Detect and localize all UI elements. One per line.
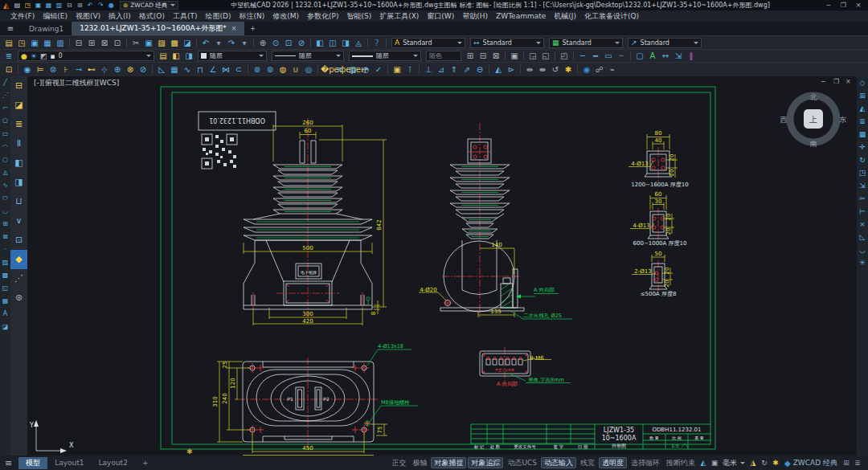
mech-link-icon[interactable]: ⋈: [219, 63, 232, 76]
doc-restore-button[interactable]: ❐: [833, 78, 839, 85]
menu-item[interactable]: ZWTeammate: [492, 12, 550, 20]
save-all-icon[interactable]: ▦: [43, 2, 54, 9]
mech-screw-icon[interactable]: ⊦: [59, 63, 72, 76]
undo-icon[interactable]: ↶: [199, 37, 212, 49]
mech-section-icon[interactable]: ≋: [334, 63, 346, 76]
line-icon[interactable]: ╱: [3, 76, 7, 89]
palette-gear-icon[interactable]: ⊛: [15, 288, 23, 308]
export-icon[interactable]: ▥: [54, 37, 67, 49]
mech-nut-icon[interactable]: ⊜: [47, 63, 59, 76]
layer-isolate-icon[interactable]: ◨: [182, 50, 195, 62]
trim-icon[interactable]: ✂: [859, 192, 866, 205]
zoom-previous-icon[interactable]: ⊘: [295, 37, 308, 49]
mech-view-icon[interactable]: ◭: [492, 63, 505, 76]
paste-special-icon[interactable]: ▩: [168, 37, 181, 49]
render-icon[interactable]: ●: [106, 2, 117, 9]
node-edit-icon[interactable]: ∨: [15, 211, 22, 231]
door-window-icon[interactable]: ⊔: [15, 192, 23, 211]
minimize-button[interactable]: ─: [822, 2, 835, 9]
doc-close-button[interactable]: ×: [845, 78, 851, 85]
copy-icon[interactable]: ⊞: [859, 89, 866, 102]
mleader-style-dropdown[interactable]: ↗ Standard: [628, 38, 702, 48]
ellipse-arc-icon[interactable]: ◡: [2, 205, 8, 218]
open-file-icon[interactable]: ◳: [15, 37, 28, 49]
bom-list-icon[interactable]: ≣: [15, 115, 23, 134]
redo-icon[interactable]: ↷: [225, 37, 238, 49]
point-icon[interactable]: ·: [4, 243, 6, 256]
pair-note-icon[interactable]: ⇼: [536, 63, 549, 76]
extend-icon[interactable]: ⊢: [859, 205, 866, 218]
close-tab-icon[interactable]: ×: [231, 25, 237, 32]
gradient-icon[interactable]: ▩: [2, 269, 9, 282]
help-icon[interactable]: ?: [371, 37, 383, 49]
new-tab-button[interactable]: +: [244, 22, 260, 35]
draworder-back-icon[interactable]: ◱: [539, 50, 552, 62]
mech-wave-icon[interactable]: ∿: [181, 63, 194, 76]
mech-balloon-icon[interactable]: ◔: [359, 63, 372, 76]
compass-west[interactable]: 西: [780, 116, 788, 124]
mech-bearing-icon[interactable]: ⊚: [251, 63, 264, 76]
rotate-icon[interactable]: ↻: [859, 153, 866, 166]
text-style-dropdown[interactable]: A Standard: [391, 38, 465, 48]
draworder-front-icon[interactable]: ◲: [526, 50, 539, 62]
region-icon[interactable]: ◱: [2, 282, 9, 295]
status-toggle[interactable]: 透明度: [599, 457, 627, 468]
tab-drawing1[interactable]: Drawing1: [21, 22, 72, 35]
publish-icon[interactable]: ⊠: [98, 37, 111, 49]
erase-icon[interactable]: ◇: [860, 76, 866, 89]
circle-icon[interactable]: ○: [2, 153, 8, 166]
addselected-icon[interactable]: ◪: [2, 321, 9, 333]
status-toggle[interactable]: 线宽: [578, 458, 597, 468]
steel-shape-icon[interactable]: Ⅱ: [17, 134, 21, 153]
workspace-selector[interactable]: ⊛ ZWCAD 经典: [120, 1, 178, 10]
save-icon[interactable]: ▣: [28, 37, 41, 49]
layer-states-icon[interactable]: ▤: [157, 50, 170, 62]
make-block-icon[interactable]: ⊠: [2, 231, 8, 243]
compass-east[interactable]: 东: [839, 116, 847, 124]
line-thick-icon[interactable]: ━: [589, 50, 602, 62]
plot-preview-icon[interactable]: ⊞: [85, 37, 98, 49]
mech-frame-icon[interactable]: ⊡: [2, 63, 15, 76]
menu-item[interactable]: 机械(J): [550, 11, 580, 22]
status-toggle[interactable]: 推断约束: [664, 458, 698, 468]
polyline-wide-icon[interactable]: ▭: [602, 50, 615, 62]
status-menu-icon[interactable]: ≣: [852, 459, 863, 467]
text-tool-icon[interactable]: A: [646, 50, 659, 62]
mech-roughness-icon[interactable]: ✓: [372, 63, 385, 76]
save-as-icon[interactable]: ▦: [41, 37, 54, 49]
plot-icon[interactable]: ⊟: [72, 37, 85, 49]
mech-coupling-icon[interactable]: ⊘: [137, 63, 149, 76]
smart-share-icon[interactable]: ☍: [593, 63, 606, 76]
menu-item[interactable]: 化工装备设计(Q): [580, 11, 643, 22]
lineweight-dropdown[interactable]: 随层: [349, 51, 421, 61]
mech-cup-icon[interactable]: ∪: [289, 63, 302, 76]
status-toggle[interactable]: 极轴: [410, 458, 429, 468]
edit-block-icon[interactable]: ⊟: [477, 50, 489, 62]
zoom-realtime-icon[interactable]: ⊙: [269, 37, 282, 49]
smart-tool-icon[interactable]: ⌁: [606, 63, 619, 76]
mech-wheel-icon[interactable]: ◎: [302, 63, 315, 76]
compass-south[interactable]: 南: [810, 140, 817, 148]
mtext-icon[interactable]: A: [3, 308, 7, 321]
workspace-indicator[interactable]: ◆ ZWCAD 经典: [784, 458, 837, 468]
move-layer-icon[interactable]: ◨: [14, 173, 23, 192]
menu-item[interactable]: 帮助(H): [458, 11, 492, 22]
menu-item[interactable]: 文件(F): [6, 11, 39, 22]
undo-icon[interactable]: ↶: [85, 2, 96, 9]
compass-up[interactable]: 上: [809, 115, 817, 124]
mech-tol-icon[interactable]: ⊥: [422, 63, 435, 76]
clean-screen-icon[interactable]: ↻: [759, 459, 770, 467]
mech-sphere-icon[interactable]: ◍: [276, 63, 289, 76]
viewport-quad-icon[interactable]: ◫: [326, 37, 339, 49]
settings-gear-icon[interactable]: ✱: [770, 459, 781, 467]
mirror-icon[interactable]: ◭: [860, 102, 866, 115]
status-toggle[interactable]: 动态输入: [541, 457, 576, 468]
close-button[interactable]: ×: [852, 2, 865, 9]
fqp-tool-icon[interactable]: ◆: [10, 250, 27, 269]
mech-angle-icon[interactable]: ∠: [207, 63, 219, 76]
revision-cloud-icon[interactable]: ◬: [2, 166, 7, 179]
new-file-icon[interactable]: ▤: [2, 37, 15, 49]
mech-pin2-icon[interactable]: ⊺: [403, 63, 416, 76]
units-dropdown[interactable]: 毫米: [723, 458, 745, 468]
mech-shaft-icon[interactable]: ⊕: [111, 63, 124, 76]
